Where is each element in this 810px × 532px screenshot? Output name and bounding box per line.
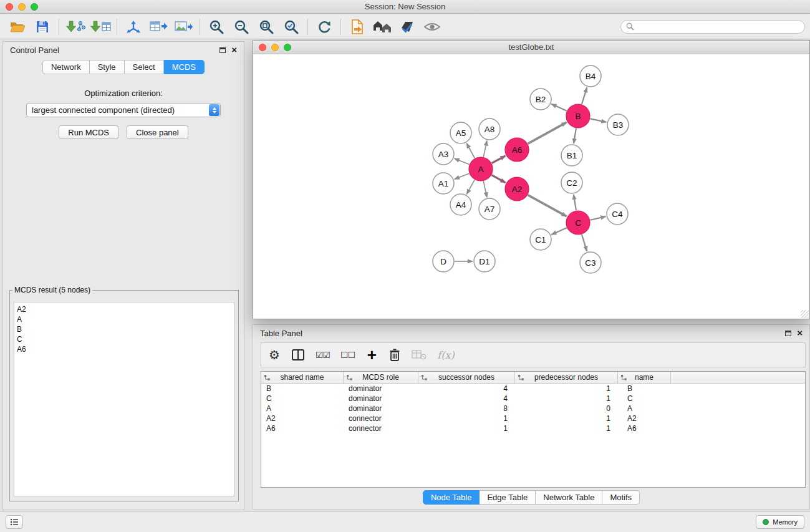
table-settings-button[interactable]: ⚙ bbox=[268, 347, 281, 363]
node-C[interactable]: C bbox=[566, 211, 590, 235]
edge-C-C2[interactable] bbox=[574, 195, 576, 210]
import-table-from-file-button[interactable] bbox=[88, 17, 113, 37]
node-A5[interactable]: A5 bbox=[450, 122, 471, 143]
network-zoom-button[interactable] bbox=[284, 44, 291, 51]
tab-edge-table[interactable]: Edge Table bbox=[480, 490, 536, 505]
node-B[interactable]: B bbox=[566, 104, 590, 128]
task-history-button[interactable] bbox=[6, 515, 23, 529]
mcds-result-item[interactable]: C bbox=[17, 334, 231, 344]
table-row[interactable]: A6connector11A6 bbox=[261, 423, 805, 433]
network-svg[interactable]: B4B2BB3A8A5A6B1A3AC2A1A2A4A7C4CC1DD1C3 bbox=[253, 55, 809, 319]
network-window-titlebar[interactable]: testGlobe.txt bbox=[253, 41, 809, 54]
edge-B-B1[interactable] bbox=[574, 128, 576, 143]
column-header-shared-name[interactable]: shared name bbox=[261, 372, 344, 383]
delete-table-button[interactable] bbox=[412, 347, 427, 363]
node-A6[interactable]: A6 bbox=[505, 138, 529, 162]
node-A[interactable]: A bbox=[469, 157, 493, 181]
mcds-result-list[interactable]: A2ABCA6 bbox=[14, 302, 234, 497]
close-panel-button[interactable]: Close panel bbox=[127, 125, 188, 139]
node-C1[interactable]: C1 bbox=[530, 229, 551, 250]
table-row[interactable]: Adominator80A bbox=[261, 404, 805, 414]
tab-select[interactable]: Select bbox=[125, 60, 164, 74]
tab-motifs[interactable]: Motifs bbox=[602, 490, 640, 505]
node-B3[interactable]: B3 bbox=[607, 114, 629, 135]
edge-A-A6[interactable] bbox=[492, 156, 506, 163]
zoom-fit-content-button[interactable] bbox=[254, 17, 279, 37]
float-panel-icon[interactable] bbox=[219, 47, 226, 53]
node-A3[interactable]: A3 bbox=[433, 143, 454, 165]
new-network-from-table-button[interactable] bbox=[146, 17, 171, 37]
node-A4[interactable]: A4 bbox=[450, 194, 471, 215]
node-B2[interactable]: B2 bbox=[530, 89, 551, 110]
open-document-button[interactable] bbox=[345, 17, 370, 37]
node-B1[interactable]: B1 bbox=[561, 145, 582, 166]
select-mode-button[interactable] bbox=[395, 17, 420, 37]
tab-network[interactable]: Network bbox=[42, 60, 90, 74]
node-C3[interactable]: C3 bbox=[580, 252, 601, 273]
search-input[interactable] bbox=[637, 22, 799, 31]
show-hide-graphics-button[interactable] bbox=[420, 17, 445, 37]
home-browser-button[interactable] bbox=[370, 17, 395, 37]
edge-A-A5[interactable] bbox=[466, 143, 475, 158]
column-header-predecessor-nodes[interactable]: predecessor nodes bbox=[515, 372, 618, 383]
edge-C-C1[interactable] bbox=[551, 228, 567, 235]
network-canvas[interactable]: B4B2BB3A8A5A6B1A3AC2A1A2A4A7C4CC1DD1C3 bbox=[253, 55, 809, 319]
search-box[interactable] bbox=[620, 20, 805, 34]
mcds-result-item[interactable]: A2 bbox=[17, 304, 231, 314]
tab-network-table[interactable]: Network Table bbox=[536, 490, 602, 505]
edge-A-A3[interactable] bbox=[455, 158, 470, 165]
mcds-result-item[interactable]: B bbox=[17, 324, 231, 334]
table-row[interactable]: Cdominator41C bbox=[261, 394, 805, 404]
function-builder-button[interactable]: f(x) bbox=[437, 347, 454, 363]
node-C4[interactable]: C4 bbox=[607, 203, 628, 225]
column-header-name[interactable]: name bbox=[618, 372, 671, 383]
close-panel-icon[interactable]: × bbox=[231, 47, 237, 53]
show-columns-button[interactable] bbox=[291, 347, 305, 363]
edge-A2-C[interactable] bbox=[528, 195, 567, 216]
node-D[interactable]: D bbox=[433, 251, 454, 272]
criterion-dropdown[interactable]: largest connected component (directed) bbox=[26, 103, 221, 117]
tab-node-table[interactable]: Node Table bbox=[423, 490, 480, 505]
edge-A-A7[interactable] bbox=[483, 181, 487, 198]
node-C2[interactable]: C2 bbox=[561, 172, 582, 193]
apply-preferred-layout-button[interactable] bbox=[312, 17, 337, 37]
column-header-successor-nodes[interactable]: successor nodes bbox=[418, 372, 515, 383]
edge-B-B3[interactable] bbox=[591, 118, 607, 122]
node-D1[interactable]: D1 bbox=[474, 251, 495, 272]
run-mcds-button[interactable]: Run MCDS bbox=[59, 125, 118, 139]
table-row[interactable]: Bdominator41B bbox=[261, 384, 805, 394]
network-close-button[interactable] bbox=[259, 44, 266, 51]
edge-A-A4[interactable] bbox=[466, 180, 475, 194]
tab-mcds[interactable]: MCDS bbox=[164, 60, 205, 74]
zoom-window-button[interactable] bbox=[31, 3, 38, 11]
node-A8[interactable]: A8 bbox=[479, 118, 500, 140]
tab-style[interactable]: Style bbox=[90, 60, 125, 74]
select-all-rows-button[interactable]: ☑☑ bbox=[316, 347, 330, 363]
edge-A-A1[interactable] bbox=[455, 173, 470, 179]
edge-A-A8[interactable] bbox=[483, 141, 487, 157]
new-network-button[interactable] bbox=[121, 17, 146, 37]
edge-C-C4[interactable] bbox=[591, 216, 606, 220]
edge-A-A2[interactable] bbox=[492, 175, 506, 183]
table-row[interactable]: A2connector11A2 bbox=[261, 414, 805, 423]
node-A1[interactable]: A1 bbox=[433, 173, 454, 194]
zoom-selected-button[interactable] bbox=[279, 17, 304, 37]
zoom-in-button[interactable] bbox=[204, 17, 229, 37]
export-image-button[interactable] bbox=[171, 17, 196, 37]
edge-A6-B[interactable] bbox=[528, 122, 567, 143]
memory-button[interactable]: Memory bbox=[756, 515, 804, 529]
edge-B-B2[interactable] bbox=[551, 104, 567, 111]
edge-B-B4[interactable] bbox=[582, 87, 587, 104]
float-table-panel-icon[interactable] bbox=[785, 331, 791, 336]
open-session-button[interactable] bbox=[5, 17, 30, 37]
deselect-all-rows-button[interactable]: ☐☐ bbox=[340, 347, 355, 363]
column-header-mcds-role[interactable]: MCDS role bbox=[344, 372, 418, 383]
node-A7[interactable]: A7 bbox=[479, 198, 500, 220]
add-row-button[interactable]: + bbox=[365, 347, 378, 363]
close-table-panel-icon[interactable]: × bbox=[797, 330, 803, 336]
edge-C-C3[interactable] bbox=[582, 235, 587, 251]
minimize-window-button[interactable] bbox=[18, 3, 26, 11]
resize-grip[interactable] bbox=[801, 310, 809, 318]
node-B4[interactable]: B4 bbox=[580, 65, 601, 87]
delete-row-button[interactable] bbox=[388, 347, 401, 363]
